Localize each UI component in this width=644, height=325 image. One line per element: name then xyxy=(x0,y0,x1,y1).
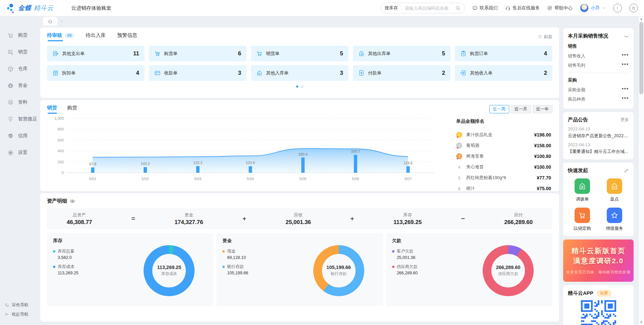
quick-sales-driven-purchase[interactable]: 以销定购 xyxy=(568,208,597,231)
quick-value-added-service[interactable]: 增值服务 xyxy=(600,208,629,231)
more-link[interactable]: 更多 xyxy=(621,117,629,123)
funds-donut-chart: 105,199.66银行存款 xyxy=(313,245,364,296)
search-icon[interactable] xyxy=(455,5,461,11)
announcement-item-2[interactable]: 2022-04-13【重要通知】精斗云工作台域... xyxy=(568,142,629,155)
todo-card-other-inbound[interactable]: 其他入库单3 xyxy=(251,65,348,81)
svg-text:0: 0 xyxy=(62,171,64,175)
bulb-icon xyxy=(7,116,14,122)
todo-card-purchase-request[interactable]: 购货订单4 xyxy=(455,46,552,61)
refresh-button[interactable]: 刷新 xyxy=(538,34,552,40)
svg-text:5/04: 5/04 xyxy=(247,177,254,181)
username: 小乔 xyxy=(591,5,600,11)
card-pagination-dots xyxy=(47,86,552,88)
svg-text:122.2: 122.2 xyxy=(193,161,203,165)
pagination-dot-1[interactable] xyxy=(296,86,298,88)
funds-panel-title: 资金 xyxy=(222,238,377,244)
search-scope-selector[interactable]: 搜库存 xyxy=(385,5,398,11)
pencil-icon[interactable] xyxy=(624,168,629,173)
todo-card-other-outbound[interactable]: 其他出库单5 xyxy=(353,46,450,61)
sidebar-item-funds[interactable]: 资金 xyxy=(0,77,37,94)
sidebar-item-purchase[interactable]: 购货 xyxy=(0,27,37,44)
cart-icon xyxy=(7,32,14,39)
sidebar-item-settings[interactable]: 设置 xyxy=(0,144,37,161)
range-button-group: 近一周 近一月 近一年 xyxy=(489,105,553,113)
quick-stocktake[interactable]: 盘点 xyxy=(600,178,629,202)
tab-pending-review[interactable]: 待审核49 xyxy=(47,32,74,41)
announcement-item-1[interactable]: 2022-04-13云进销存产品更新公告_20220... xyxy=(568,126,629,139)
range-week-button[interactable]: 近一周 xyxy=(489,105,509,113)
scroll-down-arrow[interactable]: ▼ xyxy=(639,320,644,325)
tab-purchase-trend[interactable]: 购货 xyxy=(67,105,77,114)
main-content: 待审核49 待出入库 预警信息 刷新 其他支出单11 购货单6 销货单5 其他出… xyxy=(37,16,559,325)
todo-card-disassembly[interactable]: 拆卸单4 xyxy=(47,65,145,81)
svg-text:800: 800 xyxy=(58,127,64,131)
payment-doc-icon xyxy=(358,70,365,76)
svg-text:5/01: 5/01 xyxy=(89,177,96,181)
sidebar-item-data[interactable]: 资料 xyxy=(0,94,37,111)
assets-panel: 资产明细 总资产46,308.77 = 资金174,327.76 + 应收25,… xyxy=(40,193,559,321)
eye-closed-icon[interactable] xyxy=(624,34,629,39)
ranking-row-3[interactable]: 3烤海苔卷¥100.80 xyxy=(456,151,551,161)
sidebar-item-warehouse[interactable]: 仓库 xyxy=(0,60,37,77)
sidebar-item-sales[interactable]: 销货 xyxy=(0,44,37,60)
app-title: 精斗云APP xyxy=(568,290,593,296)
power-icon xyxy=(631,6,636,10)
logout-button[interactable] xyxy=(629,4,638,12)
receipt-card-icon xyxy=(154,70,161,76)
range-month-button[interactable]: 近一月 xyxy=(511,105,531,113)
shield-icon xyxy=(7,133,14,139)
contact-us-link[interactable]: 联系我们 xyxy=(472,5,498,11)
todo-card-sales-order[interactable]: 销货单5 xyxy=(251,46,348,61)
cube-icon xyxy=(7,66,14,72)
tab-pending-inout[interactable]: 待出入库 xyxy=(86,32,106,41)
ranking-row-4[interactable]: 4夹心海苔¥100.00 xyxy=(456,162,551,172)
workspace-tab-strip xyxy=(40,16,559,25)
help-center-link[interactable]: 帮助中心 xyxy=(547,5,573,11)
home-icon xyxy=(48,19,53,24)
ranking-row-1[interactable]: 1果汁饮品礼盒¥198.00 xyxy=(456,130,551,140)
pagination-dot-2[interactable] xyxy=(301,86,303,88)
dark-nav-toggle[interactable]: 深色导航 xyxy=(5,300,29,310)
sidebar-item-credit[interactable]: 信用 xyxy=(0,127,37,144)
search-input[interactable] xyxy=(405,6,455,11)
divider xyxy=(568,73,629,73)
tab-alerts[interactable]: 预警信息 xyxy=(117,32,137,41)
survey-banner[interactable]: 精斗云新版首页 满意度调研2.0 全新首页已到来 期待收到您的反馈 xyxy=(563,239,634,282)
gold-medal-icon: 1 xyxy=(456,132,462,138)
scroll-up-arrow[interactable]: ▲ xyxy=(639,16,644,21)
tab-dropdown-button[interactable] xyxy=(59,17,64,25)
inbound-icon xyxy=(256,70,263,76)
expense-doc-icon xyxy=(52,50,59,57)
todo-card-purchase-order[interactable]: 购货单6 xyxy=(149,46,247,61)
moon-icon xyxy=(5,303,9,307)
back-button[interactable] xyxy=(613,4,622,12)
user-menu[interactable]: 小乔 xyxy=(580,4,606,12)
collapse-nav-button[interactable]: 收起导航 xyxy=(5,310,29,319)
sidebar-item-smart-store[interactable]: 智慧微店 xyxy=(0,111,37,127)
todo-card-payment[interactable]: 付款单2 xyxy=(353,65,450,81)
brand-logo[interactable]: 金蝶 精斗云 xyxy=(7,3,54,13)
monthly-summary-panel: 本月采购销售情况 销售 销售收入*** 销售毛利*** 采购 采购金额*** 商… xyxy=(563,28,634,109)
summary-total-assets: 总资产46,308.77 xyxy=(67,212,92,226)
home-tab[interactable] xyxy=(43,17,57,25)
eye-icon[interactable] xyxy=(70,199,75,204)
ranking-row-5[interactable]: 5西红柿意粉酱190g*6¥77.70 xyxy=(456,173,551,183)
todo-card-other-income[interactable]: 其他收入单2 xyxy=(455,65,552,81)
todo-card-receipt[interactable]: 收款单3 xyxy=(149,65,247,81)
after-sales-service-link[interactable]: 售后在线服务 xyxy=(505,5,540,11)
vertical-scrollbar[interactable]: ▲ ▼ xyxy=(638,16,644,325)
refresh-icon xyxy=(538,35,542,39)
tab-sales-trend[interactable]: 销货 xyxy=(47,105,57,114)
todo-card-other-expense[interactable]: 其他支出单11 xyxy=(47,46,145,61)
layers-icon xyxy=(7,99,14,106)
inventory-search[interactable]: 搜库存 xyxy=(380,3,465,13)
svg-text:200: 200 xyxy=(58,160,64,164)
ranking-row-6[interactable]: 6橙汁¥75.00 xyxy=(456,183,551,194)
ranking-row-2[interactable]: 2葡萄酒¥158.00 xyxy=(456,141,551,151)
compass-icon xyxy=(547,5,552,11)
svg-text:119.6: 119.6 xyxy=(404,161,413,165)
collapse-icon xyxy=(5,312,9,317)
scrollbar-thumb[interactable] xyxy=(639,22,643,94)
quick-transfer-order[interactable]: 调拨单 xyxy=(568,178,597,202)
range-year-button[interactable]: 近一年 xyxy=(533,105,553,113)
